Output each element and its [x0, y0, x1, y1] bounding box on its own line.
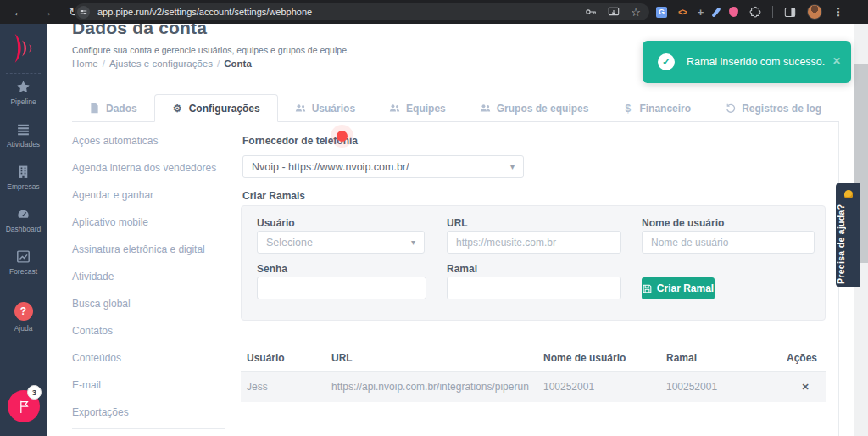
- save-icon: [643, 284, 652, 293]
- chevron-down-icon: ▾: [510, 162, 515, 171]
- address-bar[interactable]: app.pipe.run/v2/settings/account/setting…: [75, 3, 649, 20]
- th-nome-de-usuario: Nome de usuário: [543, 352, 626, 364]
- code-extension-icon[interactable]: <>: [678, 8, 687, 17]
- sidebar-item-pipeline[interactable]: Pipeline: [0, 80, 47, 106]
- tab-label: Configurações: [189, 103, 260, 115]
- help-tab-label: Precisa de ajuda?: [836, 202, 860, 287]
- create-ramal-form: Usuário URL Nome de usuário Selecione ▾ …: [241, 205, 826, 321]
- tab-equipes[interactable]: Equipes: [372, 95, 463, 121]
- table-row: Jess https://api.nvoip.com.br/integratio…: [241, 372, 826, 402]
- menu-item-atividade[interactable]: Atividade: [72, 271, 225, 282]
- toast-message: Ramal inserido com sucesso.: [687, 56, 825, 68]
- sidebar-item-empresas[interactable]: Empresas: [0, 165, 47, 191]
- site-settings-icon[interactable]: [77, 6, 90, 19]
- menu-item-agenda-interna[interactable]: Agenda interna dos vendedores: [72, 162, 225, 174]
- provider-select-value: Nvoip - https://www.nvoip.com.br/: [252, 161, 409, 173]
- th-url: URL: [331, 352, 353, 364]
- menu-item-agendar-e-ganhar[interactable]: Agendar e ganhar: [72, 189, 225, 201]
- tab-grupos-de-equipes[interactable]: Grupos de equipes: [463, 95, 606, 121]
- success-toast: ✓ Ramal inserido com sucesso. ✕: [643, 41, 851, 83]
- file-icon: [89, 103, 100, 114]
- th-ramal: Ramal: [666, 352, 697, 364]
- menu-item-assinatura[interactable]: Assinatura eletrônica e digital: [72, 243, 225, 255]
- app-sidebar: Pipeline Atividades Empresas Dashboard F…: [0, 24, 47, 436]
- gears-icon: ⚙: [172, 103, 183, 114]
- eyedropper-extension-icon[interactable]: [712, 7, 721, 18]
- tab-label: Grupos de equipes: [497, 103, 589, 115]
- move-extension-icon[interactable]: +: [698, 6, 704, 19]
- delete-ramal-button[interactable]: ✕: [797, 378, 814, 395]
- menu-item-exportacoes[interactable]: Exportações: [72, 406, 225, 418]
- tab-registros-de-log[interactable]: Registros de log: [708, 95, 838, 121]
- username-label: Nome de usuário: [642, 217, 724, 229]
- url-input[interactable]: [447, 231, 621, 254]
- building-icon: [16, 165, 31, 179]
- cell-usuario: Jess: [247, 381, 268, 393]
- user-select[interactable]: Selecione ▾: [257, 231, 425, 254]
- menu-item-conteudos[interactable]: Conteúdos: [72, 352, 225, 364]
- star-icon: [16, 80, 31, 94]
- sidebar-item-label: Atividades: [0, 140, 47, 148]
- breadcrumb: Home/Ajustes e configurações/Conta: [72, 59, 252, 69]
- chevron-down-icon: ▾: [411, 238, 415, 247]
- check-circle-icon: ✓: [658, 53, 675, 70]
- tab-usuarios[interactable]: Usuários: [278, 95, 372, 121]
- install-app-icon[interactable]: [608, 6, 620, 18]
- extension-label: Ramal: [447, 263, 477, 275]
- help-side-tab[interactable]: Precisa de ajuda?: [836, 183, 860, 287]
- bookmark-star-icon[interactable]: ☆: [631, 6, 641, 19]
- tab-label: Financeiro: [639, 103, 691, 115]
- history-icon: [725, 103, 736, 114]
- sidebar-item-label: Pipeline: [0, 98, 47, 106]
- cell-username: 100252001: [543, 381, 594, 393]
- page-subtitle: Configure sua conta e gerencie usuários,…: [72, 45, 349, 55]
- tab-label: Equipes: [406, 103, 446, 115]
- extension-input[interactable]: [447, 277, 621, 299]
- sidebar-item-dashboard[interactable]: Dashboard: [0, 207, 47, 233]
- provider-select[interactable]: Nvoip - https://www.nvoip.com.br/ ▾: [242, 155, 524, 178]
- breadcrumb-section[interactable]: Ajustes e configurações: [109, 59, 213, 69]
- ramais-table: Usuário URL Nome de usuário Ramal Ações …: [241, 344, 826, 402]
- menu-item-aplicativo-mobile[interactable]: Aplicativo mobile: [72, 216, 225, 228]
- profile-avatar[interactable]: [807, 4, 822, 20]
- menu-item-acoes-automaticas[interactable]: Ações automáticas: [72, 135, 225, 147]
- toast-close-icon[interactable]: ✕: [832, 55, 841, 67]
- tab-financeiro[interactable]: $ Financeiro: [605, 95, 708, 121]
- url-label: URL: [447, 217, 468, 229]
- breadcrumb-home[interactable]: Home: [72, 59, 98, 69]
- pink-extension-icon[interactable]: [729, 7, 738, 17]
- back-icon[interactable]: ←: [13, 6, 25, 18]
- password-input[interactable]: [257, 277, 426, 299]
- tab-dados[interactable]: Dados: [72, 95, 154, 121]
- sidebar-item-forecast[interactable]: Forecast: [0, 249, 47, 276]
- create-ramais-title: Criar Ramais: [242, 190, 305, 202]
- forward-icon[interactable]: →: [41, 6, 53, 18]
- extensions-puzzle-icon[interactable]: [749, 6, 761, 18]
- menu-item-email[interactable]: E-mail: [72, 379, 225, 391]
- sidebar-item-ajuda[interactable]: ? Ajuda: [0, 302, 47, 333]
- main-page: Dados da conta Configure sua conta e ger…: [47, 24, 868, 436]
- chart-icon: [16, 249, 31, 264]
- username-input[interactable]: [642, 231, 815, 254]
- table-header: Usuário URL Nome de usuário Ramal Ações: [241, 344, 826, 372]
- url-text[interactable]: app.pipe.run/v2/settings/account/setting…: [97, 7, 312, 17]
- users-icon: [480, 103, 491, 114]
- browser-menu-icon[interactable]: ⋮: [833, 6, 843, 18]
- dollar-icon: $: [622, 103, 633, 114]
- screen: ← → ↻ app.pipe.run/v2/settings/account/s…: [0, 0, 868, 436]
- tab-configuracoes[interactable]: ⚙ Configurações: [154, 94, 278, 122]
- sidebar-item-atividades[interactable]: Atividades: [0, 122, 47, 148]
- tab-label: Dados: [106, 103, 137, 115]
- translate-extension-icon[interactable]: G: [656, 7, 667, 18]
- menu-item-contatos[interactable]: Contatos: [72, 325, 225, 337]
- cell-url: https://api.nvoip.com.br/integrations/pi…: [331, 381, 529, 393]
- tab-label: Registros de log: [742, 103, 821, 115]
- password-label: Senha: [257, 263, 287, 275]
- help-question-icon: ?: [14, 302, 33, 321]
- webphone-settings-panel: Fornecedor de telefonia Nvoip - https://…: [225, 122, 839, 436]
- piperun-logo[interactable]: [0, 32, 47, 64]
- password-key-icon[interactable]: [585, 6, 597, 18]
- side-panel-icon[interactable]: [784, 6, 796, 18]
- create-ramal-button[interactable]: Criar Ramal: [642, 277, 715, 299]
- menu-item-busca-global[interactable]: Busca global: [72, 298, 225, 310]
